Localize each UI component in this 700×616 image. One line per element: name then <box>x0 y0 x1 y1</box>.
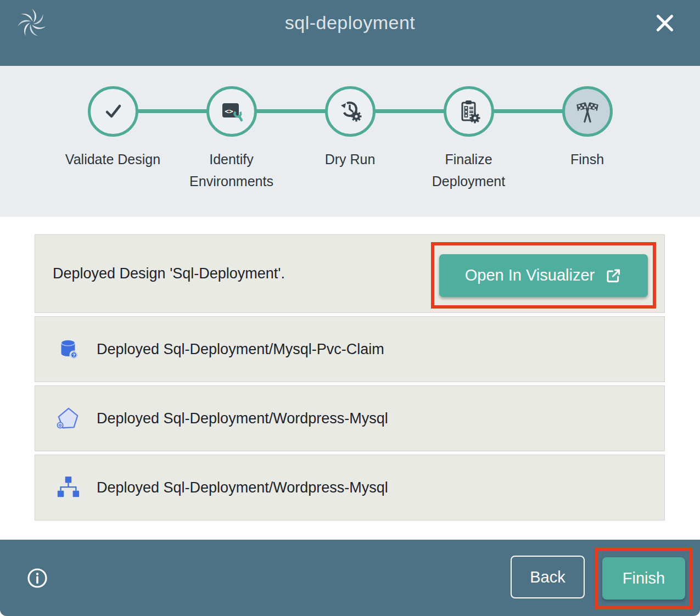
open-in-visualizer-button[interactable]: Open In Visualizer <box>439 254 648 297</box>
wizard-stepper: Validate Design <> Identify Environments <box>0 66 700 217</box>
deployment-wizard-modal: sql-deployment Validate Design <box>0 0 700 616</box>
step-connector <box>373 109 445 113</box>
checkered-flags-icon <box>574 98 601 125</box>
step-finalize-deployment: Finalize Deployment <box>410 86 528 192</box>
step-label: Identify Environments <box>180 148 284 192</box>
dry-run-icon <box>337 98 363 125</box>
deployed-item-text: Deployed Sql-Deployment/Wordpress-Mysql <box>97 410 388 427</box>
step-circle-active <box>562 86 613 137</box>
step-circle <box>444 86 494 137</box>
deployed-item-row: Deployed Sql-Deployment/Wordpress-Mysql <box>35 385 665 451</box>
step-validate-design: Validate Design <box>54 86 172 192</box>
modal-header: sql-deployment <box>0 0 700 66</box>
deployed-item-row: ? Deployed Sql-Deployment/Mysql-Pvc-Clai… <box>35 316 665 382</box>
deployed-design-row: Deployed Design 'Sql-Deployment'. Open I… <box>35 234 665 313</box>
finish-button[interactable]: Finish <box>602 557 685 600</box>
close-icon[interactable] <box>652 10 678 36</box>
database-icon: ? <box>55 337 81 362</box>
step-connector <box>255 109 327 113</box>
hierarchy-icon <box>55 475 81 500</box>
step-connector <box>492 109 564 113</box>
step-circle <box>325 86 376 137</box>
deployed-design-text: Deployed Design 'Sql-Deployment'. <box>53 265 285 282</box>
deployed-item-text: Deployed Sql-Deployment/Mysql-Pvc-Claim <box>97 341 384 358</box>
external-link-icon <box>604 267 622 284</box>
step-finish: Finsh <box>528 86 647 192</box>
deployment-results-list: Deployed Design 'Sql-Deployment'. Open I… <box>35 234 665 524</box>
step-identify-environments: <> Identify Environments <box>172 86 291 192</box>
info-icon[interactable] <box>26 567 48 589</box>
step-connector <box>136 109 208 113</box>
step-label: Finsh <box>535 148 640 170</box>
step-label: Dry Run <box>298 148 402 170</box>
modal-footer: Back Finish <box>0 540 700 616</box>
step-circle <box>88 86 138 137</box>
modal-title: sql-deployment <box>0 12 700 33</box>
annotation-highlight-visualizer: Open In Visualizer <box>431 242 656 309</box>
clipboard-gear-icon <box>456 98 482 125</box>
pentagon-icon <box>55 406 81 431</box>
deployed-item-row: Deployed Sql-Deployment/Wordpress-Mysql <box>35 455 665 520</box>
step-dry-run: Dry Run <box>291 86 410 192</box>
open-in-visualizer-label: Open In Visualizer <box>465 266 595 284</box>
step-circle: <> <box>206 86 257 137</box>
code-wrench-icon: <> <box>219 98 245 125</box>
step-label: Finalize Deployment <box>417 148 521 192</box>
annotation-highlight-finish: Finish <box>595 547 693 609</box>
check-icon <box>100 98 126 125</box>
step-label: Validate Design <box>61 148 165 170</box>
back-button[interactable]: Back <box>511 556 585 598</box>
svg-text:?: ? <box>72 352 75 358</box>
deployed-item-text: Deployed Sql-Deployment/Wordpress-Mysql <box>97 479 388 496</box>
svg-text:<>: <> <box>225 107 233 115</box>
